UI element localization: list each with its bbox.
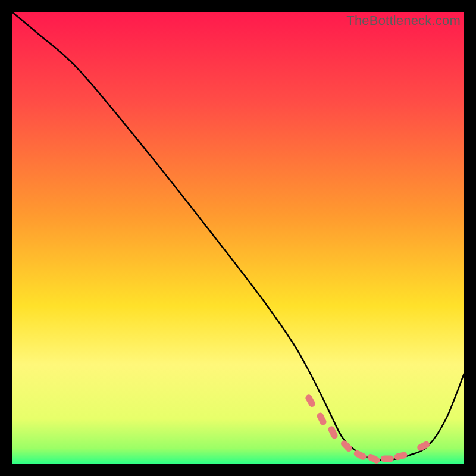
svg-rect-6 xyxy=(381,455,394,462)
highlight-dot xyxy=(381,455,394,462)
plot-area: TheBottleneck.com xyxy=(12,12,464,464)
watermark-text: TheBottleneck.com xyxy=(346,13,461,29)
bottleneck-chart-svg xyxy=(12,12,464,464)
gradient-background xyxy=(12,12,464,464)
chart-frame: TheBottleneck.com xyxy=(0,0,476,476)
